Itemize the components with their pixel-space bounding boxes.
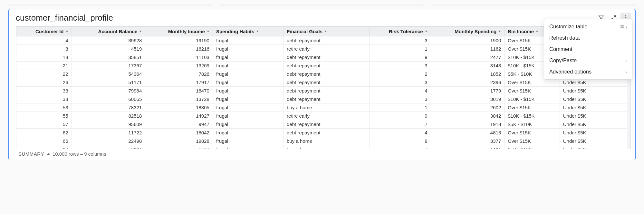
table-row[interactable]: 211736713209frugaldebt repayment33143$10… xyxy=(16,62,630,70)
cell-spending_habits: frugal xyxy=(213,95,283,103)
cell-monthly_spending: 4813 xyxy=(431,129,505,137)
cell-bin_income: $5K - $10K xyxy=(505,145,560,149)
cell-monthly_income: 19190 xyxy=(145,36,213,45)
column-header-spending_habits[interactable]: Spending Habits xyxy=(213,27,283,36)
data-table-card: customer_financial_profile Customer IdAc… xyxy=(8,9,636,160)
cell-financial_goals: retire early xyxy=(284,45,370,53)
table-row[interactable]: 537832118305frugalbuy a home12602Over $1… xyxy=(16,103,630,112)
menu-item-label: Comment xyxy=(549,46,572,52)
column-header-customer_id[interactable]: Customer Id xyxy=(16,27,72,36)
cell-account_balance: 4519 xyxy=(72,45,145,53)
column-header-monthly_income[interactable]: Monthly Income xyxy=(145,27,213,36)
cell-bin_income: $10K - $15K xyxy=(505,95,560,103)
cell-monthly_income: 13209 xyxy=(145,62,213,70)
cell-monthly_income: 18042 xyxy=(145,129,213,137)
column-header-label: Monthly Income xyxy=(168,29,205,34)
summary-text: 10,000 rows – 9 columns xyxy=(53,151,106,157)
column-header-risk_tolerance[interactable]: Risk Tolerance xyxy=(369,27,431,36)
cell-financial_goals: debt repayment xyxy=(284,87,370,95)
menu-comment[interactable]: Comment xyxy=(544,44,632,55)
column-header-financial_goals[interactable]: Financial Goals xyxy=(284,27,370,36)
cell-spending_habits: frugal xyxy=(213,53,283,62)
cell-bin_spending: Under $5K xyxy=(560,112,630,120)
table-row[interactable]: 386006513728frugaldebt repayment33019$10… xyxy=(16,95,630,103)
summary-bar[interactable]: SUMMARY 10,000 rows – 9 columns xyxy=(9,149,635,160)
cell-customer_id: 4 xyxy=(16,36,72,45)
menu-item-label: Customize table xyxy=(549,24,587,30)
cell-financial_goals: retire early xyxy=(284,112,370,120)
table-row[interactable]: 558251814927frugalretire early93042$10K … xyxy=(16,112,630,120)
menu-copy-paste[interactable]: Copy/Paste › xyxy=(544,55,632,66)
cell-risk_tolerance: 7 xyxy=(369,145,431,149)
column-header-account_balance[interactable]: Account Balance xyxy=(72,27,145,36)
cell-risk_tolerance: 1 xyxy=(369,103,431,112)
table-row[interactable]: 8451916216frugalretire early11162Over $1… xyxy=(16,45,630,53)
table-row[interactable]: 337996418470frugaldebt repayment41779Ove… xyxy=(16,87,630,95)
cell-risk_tolerance: 9 xyxy=(369,53,431,62)
table-row[interactable]: 43992819190frugaldebt repayment31900Over… xyxy=(16,36,630,45)
cell-customer_id: 38 xyxy=(16,95,72,103)
cell-risk_tolerance: 9 xyxy=(369,112,431,120)
cell-spending_habits: frugal xyxy=(213,112,283,120)
cell-bin_income: $10K - $15K xyxy=(505,112,560,120)
cell-monthly_income: 13728 xyxy=(145,95,213,103)
chevron-down-icon xyxy=(256,31,259,32)
column-header-label: Account Balance xyxy=(98,29,138,34)
table-row[interactable]: 67563945567frugalbuy a home71491$5K - $1… xyxy=(16,145,630,149)
column-header-label: Monthly Spending xyxy=(455,29,496,34)
cell-monthly_income: 19828 xyxy=(145,137,213,145)
cell-monthly_income: 7826 xyxy=(145,70,213,78)
cell-customer_id: 26 xyxy=(16,78,72,87)
chevron-down-icon xyxy=(66,31,68,32)
cell-monthly_spending: 3019 xyxy=(431,95,505,103)
cell-account_balance: 78321 xyxy=(72,103,145,112)
menu-advanced-options[interactable]: Advanced options › xyxy=(544,66,632,77)
table-row[interactable]: 22543647826frugaldebt repayment21852$5K … xyxy=(16,70,630,78)
cell-customer_id: 55 xyxy=(16,112,72,120)
cell-risk_tolerance: 3 xyxy=(369,78,431,87)
cell-monthly_spending: 3143 xyxy=(431,62,505,70)
cell-financial_goals: buy a home xyxy=(284,137,370,145)
cell-bin_spending: Under $5K xyxy=(560,137,630,145)
cell-monthly_income: 17917 xyxy=(145,78,213,87)
table-row[interactable]: 265117117917frugaldebt repayment32396Ove… xyxy=(16,78,630,87)
column-header-label: Spending Habits xyxy=(216,29,254,34)
cell-account_balance: 95609 xyxy=(72,120,145,129)
cell-customer_id: 53 xyxy=(16,103,72,112)
cell-account_balance: 60065 xyxy=(72,95,145,103)
cell-account_balance: 35851 xyxy=(72,53,145,62)
cell-account_balance: 22498 xyxy=(72,137,145,145)
cell-monthly_income: 18470 xyxy=(145,87,213,95)
cell-customer_id: 62 xyxy=(16,129,72,137)
cell-account_balance: 51171 xyxy=(72,78,145,87)
table-row[interactable]: 621172218042frugaldebt repayment44813Ove… xyxy=(16,129,630,137)
cell-bin_spending: Under $5K xyxy=(560,103,630,112)
cell-financial_goals: debt repayment xyxy=(284,62,370,70)
menu-refresh-data[interactable]: Refresh data xyxy=(544,32,632,44)
cell-financial_goals: debt repayment xyxy=(284,120,370,129)
cell-spending_habits: frugal xyxy=(213,78,283,87)
table-row[interactable]: 57956099947frugaldebt repayment71918$5K … xyxy=(16,120,630,129)
column-header-monthly_spending[interactable]: Monthly Spending xyxy=(431,27,505,36)
cell-customer_id: 66 xyxy=(16,137,72,145)
cell-bin_spending: Under $5K xyxy=(560,120,630,129)
chevron-up-icon xyxy=(47,153,50,155)
cell-risk_tolerance: 1 xyxy=(369,45,431,53)
cell-bin_income: Over $15K xyxy=(505,87,560,95)
table-row[interactable]: 183585111103frugaldebt repayment92477$10… xyxy=(16,53,630,62)
table-row[interactable]: 662249819828frugalbuy a home83377Over $1… xyxy=(16,137,630,145)
cell-customer_id: 67 xyxy=(16,145,72,149)
table-scroll-area[interactable]: Customer IdAccount BalanceMonthly Income… xyxy=(16,26,631,149)
menu-customize-table[interactable]: Customize table ⌘ \ xyxy=(544,21,632,32)
chevron-down-icon xyxy=(498,31,501,32)
svg-point-0 xyxy=(625,15,626,16)
cell-bin_income: Over $15K xyxy=(505,137,560,145)
cell-monthly_spending: 1852 xyxy=(431,70,505,78)
cell-account_balance: 17367 xyxy=(72,62,145,70)
cell-risk_tolerance: 4 xyxy=(369,129,431,137)
cell-financial_goals: debt repayment xyxy=(284,36,370,45)
cell-spending_habits: frugal xyxy=(213,145,283,149)
cell-customer_id: 18 xyxy=(16,53,72,62)
column-header-label: Financial Goals xyxy=(287,29,322,34)
cell-financial_goals: debt repayment xyxy=(284,53,370,62)
